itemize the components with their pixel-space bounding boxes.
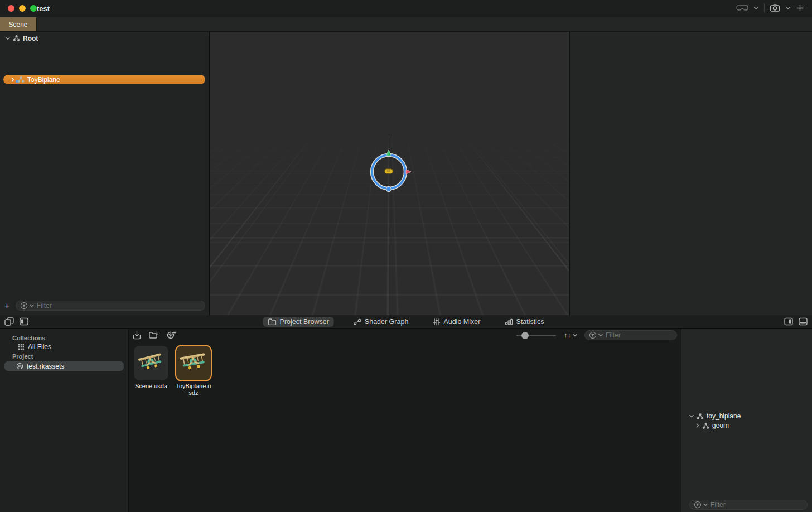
left-sidebar-toggle-icon[interactable]: [20, 317, 28, 326]
hierarchy-filter-input[interactable]: [36, 301, 201, 310]
viewport-3d[interactable]: [210, 32, 569, 315]
file-tile-scene-usda[interactable]: [134, 346, 168, 380]
bottom-panel-toggle-icon[interactable]: [799, 317, 808, 326]
asset-filter-field[interactable]: [689, 500, 808, 510]
browser-filter-input[interactable]: [605, 331, 673, 340]
tab-shader-graph[interactable]: Shader Graph: [349, 317, 414, 327]
project-browser-main: ↑↓ Scene.usda ToyBiplane.usdz: [129, 329, 682, 512]
filter-chevron-icon[interactable]: [30, 304, 34, 307]
panel-tabs: Project Browser Shader Graph Audio Mixer…: [263, 316, 549, 327]
asset-tree-row-toy-biplane[interactable]: toy_biplane: [689, 412, 741, 420]
tab-scene-label: Scene: [8, 21, 27, 28]
tree-row-toybiplane-selected[interactable]: ToyBiplane: [3, 75, 205, 84]
hierarchy-filter-field[interactable]: [16, 301, 205, 311]
sort-control[interactable]: ↑↓: [564, 331, 577, 339]
asset-tree-row-geom[interactable]: geom: [696, 422, 729, 429]
chevron-down-icon[interactable]: [689, 414, 694, 418]
audio-mixer-icon: [433, 318, 440, 325]
transform-gizmo[interactable]: [362, 145, 415, 199]
thumbnail-size-slider-knob[interactable]: [521, 332, 529, 339]
gizmo-z-handle[interactable]: [386, 187, 392, 192]
filter-funnel-icon[interactable]: [589, 331, 597, 339]
close-button[interactable]: [8, 5, 14, 12]
rkassets-label: test.rkassets: [27, 363, 64, 370]
sort-arrows-icon: ↑↓: [564, 331, 571, 339]
vr-menu-chevron-icon[interactable]: [753, 6, 759, 10]
scene-hierarchy-panel: Root ToyBiplane +: [0, 32, 210, 315]
collections-header: Collections: [12, 335, 45, 341]
tab-statistics[interactable]: Statistics: [500, 317, 549, 327]
gizmo-x-handle[interactable]: [406, 170, 411, 174]
bottom-tab-bar: Project Browser Shader Graph Audio Mixer…: [0, 316, 812, 329]
viewport-grid: [210, 32, 569, 133]
tab-project-browser[interactable]: Project Browser: [263, 317, 334, 327]
file-tile-toybiplane-usdz-selected[interactable]: [176, 346, 211, 380]
scene-thumbnail-biplane: [136, 351, 166, 375]
tab-audio-mixer[interactable]: Audio Mixer: [428, 317, 485, 327]
tab-label: Shader Graph: [365, 318, 409, 326]
entity-node-icon: [697, 413, 704, 419]
vr-goggles-icon[interactable]: [736, 3, 748, 12]
usdz-thumbnail-biplane: [177, 351, 209, 375]
window-title: test: [37, 4, 50, 13]
filter-chevron-icon[interactable]: [703, 503, 708, 506]
new-folder-icon[interactable]: [149, 331, 159, 340]
tree-root-label: Root: [23, 35, 38, 42]
add-entity-button[interactable]: +: [4, 301, 12, 310]
statistics-icon: [505, 318, 513, 325]
new-package-icon[interactable]: [167, 331, 176, 340]
shader-graph-icon: [354, 318, 361, 325]
chevron-down-icon[interactable]: [6, 37, 10, 40]
browser-filter-field[interactable]: [584, 330, 677, 340]
toolbar-divider: [764, 3, 765, 12]
chevron-right-icon[interactable]: [696, 423, 699, 428]
asset-tree-label: toy_biplane: [707, 412, 741, 420]
zoom-button[interactable]: [30, 5, 37, 12]
file-label-scene-usda: Scene.usda: [132, 383, 171, 389]
snapshot-menu-chevron-icon[interactable]: [785, 6, 791, 10]
asset-tree-label: geom: [712, 422, 729, 429]
filter-funnel-icon[interactable]: [694, 501, 702, 509]
import-icon[interactable]: [133, 331, 141, 340]
titlebar: test: [0, 0, 812, 17]
sidebar-item-rkassets-selected[interactable]: test.rkassets: [4, 361, 124, 371]
right-sidebar-toggle-icon[interactable]: [784, 317, 793, 326]
all-files-label: All Files: [28, 343, 51, 351]
project-header: Project: [12, 353, 33, 360]
filter-chevron-icon[interactable]: [598, 334, 603, 337]
sidebar-item-all-files[interactable]: All Files: [18, 343, 51, 351]
add-entity-icon[interactable]: [796, 4, 804, 12]
filter-funnel-icon[interactable]: [20, 302, 28, 310]
project-browser-sidebar: Collections All Files Project test.rkass…: [0, 329, 129, 512]
entity-node-icon: [702, 423, 709, 429]
asset-filter-input[interactable]: [709, 500, 803, 509]
minimize-button[interactable]: [19, 5, 26, 12]
reference-arrow-badge-icon: [16, 80, 20, 84]
assets-package-icon: [16, 363, 23, 370]
app-window: test Scene Root: [0, 0, 812, 512]
tree-child-label: ToyBiplane: [27, 76, 60, 84]
windows-toggle-icon[interactable]: [4, 317, 14, 326]
file-label-toybiplane-usdz: ToyBiplane.usdz: [175, 383, 212, 396]
tab-scene[interactable]: Scene: [0, 17, 37, 31]
sort-chevron-icon: [573, 334, 577, 337]
tree-row-root[interactable]: Root: [6, 33, 38, 43]
tab-label: Project Browser: [280, 318, 329, 326]
inspector-panel: ToyBiplane ··· ▶ ■ --:-- --:-- Transform…: [569, 32, 812, 315]
asset-preview-panel: toy_biplane geom: [682, 329, 812, 512]
document-tab-bar: Scene: [0, 17, 812, 32]
tab-label: Statistics: [516, 318, 544, 326]
folder-icon: [268, 318, 277, 325]
chevron-right-icon[interactable]: [11, 78, 14, 82]
grid-icon: [18, 344, 25, 350]
entity-node-icon: [13, 35, 20, 41]
snapshot-camera-icon[interactable]: [770, 3, 780, 12]
tab-label: Audio Mixer: [443, 318, 480, 326]
